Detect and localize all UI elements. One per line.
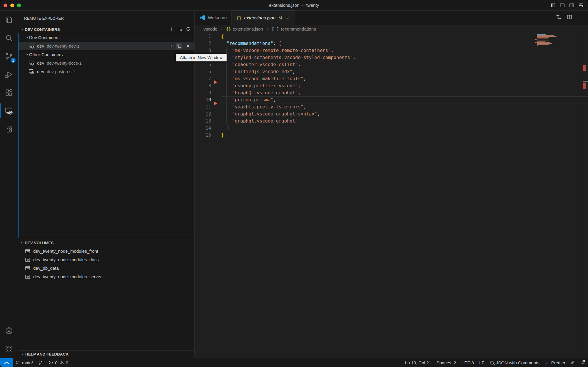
code-editor[interactable]: 1{2 "recommendations": [3 "ms-vscode-rem… (195, 33, 588, 358)
dev-container-icon (28, 43, 34, 49)
sync-status[interactable] (36, 358, 46, 367)
filter-icon[interactable] (177, 26, 183, 33)
volume-icon (25, 257, 31, 263)
volume-item[interactable]: dev_twenty_node_modules_front (18, 247, 194, 255)
tooltip: Attach in New Window (176, 54, 227, 61)
accounts-icon[interactable] (0, 321, 18, 340)
breadcrumb-extensions-json[interactable]: {} extensions.json (226, 26, 263, 31)
code-line[interactable]: 14 ] (195, 125, 588, 132)
volume-icon (25, 248, 31, 254)
container-item[interactable]: devdev-postgres-1 (19, 67, 194, 76)
double-check-icon (545, 360, 549, 365)
toggle-primary-sidebar-icon[interactable] (550, 3, 556, 8)
branch-status[interactable]: main* (13, 358, 36, 367)
minimap[interactable] (537, 33, 558, 47)
search-icon[interactable] (0, 29, 18, 47)
chevron-down-icon (24, 35, 29, 40)
chevron-down-icon (24, 52, 29, 57)
tab-extensions-json[interactable]: {} extensions.json M (232, 11, 295, 25)
close-tab-icon[interactable] (285, 16, 290, 20)
cursor-position-status[interactable]: Ln 10, Col 21 (402, 358, 434, 367)
run-and-debug-icon[interactable] (0, 65, 18, 83)
dev-volumes-section-header[interactable]: DEV VOLUMES (18, 239, 194, 247)
close-window-button[interactable] (4, 4, 7, 7)
toggle-secondary-sidebar-icon[interactable] (569, 3, 574, 8)
remote-explorer-icon[interactable] (0, 102, 18, 120)
sidebar-more-actions-icon[interactable] (184, 15, 189, 21)
code-line[interactable]: 12 "graphql.vscode-graphql-syntax", (195, 110, 588, 118)
code-line[interactable]: 5 "dbaeumer.vscode-eslint", (195, 61, 588, 68)
source-control-icon[interactable]: 1 (0, 47, 18, 65)
zoom-window-button[interactable] (17, 4, 21, 7)
breadcrumb-recommendations[interactable]: [ ] recommendations (272, 26, 316, 31)
volume-icon (25, 265, 31, 271)
line-number: 5 (195, 61, 221, 68)
dev-container-icon (28, 60, 34, 66)
line-number: 10 (195, 96, 221, 103)
sidebar-title: REMOTE EXPLORER (24, 16, 64, 21)
extensions-icon[interactable] (0, 83, 18, 102)
dev-containers-icon[interactable] (0, 120, 18, 138)
window-title: extensions.json — twenty (0, 3, 588, 8)
json-icon: {} (236, 16, 241, 20)
remote-indicator[interactable]: >< (0, 358, 13, 367)
container-item[interactable]: devdev-twenty-docs-1 (19, 59, 194, 67)
code-line[interactable]: 1{ (195, 33, 588, 40)
vscode-logo-icon (199, 15, 205, 21)
volume-item[interactable]: dev_twenty_node_modules_server (18, 272, 194, 281)
minimize-window-button[interactable] (10, 4, 14, 7)
refresh-icon[interactable] (186, 26, 191, 33)
code-line[interactable]: 2 "recommendations": [ (195, 40, 588, 47)
dev-containers-section-header[interactable]: DEV CONTAINERS (18, 26, 194, 33)
breadcrumb-vscode[interactable]: .vscode (202, 26, 218, 31)
line-number: 2 (195, 40, 221, 47)
code-line[interactable]: 11 "yoavbls.pretty-ts-errors", (195, 103, 588, 110)
stop-icon[interactable] (185, 43, 191, 49)
line-number: 9 (195, 89, 221, 96)
tab-welcome[interactable]: Welcome (195, 11, 232, 25)
code-line[interactable]: 8 "esbenp.prettier-vscode", (195, 82, 588, 89)
add-icon[interactable] (169, 26, 174, 33)
container-item[interactable]: devdev-twenty-dev-1 (19, 42, 194, 50)
explorer-icon[interactable] (0, 11, 18, 29)
toggle-panel-icon[interactable] (559, 3, 565, 8)
git-branch-icon (16, 360, 20, 365)
code-line[interactable]: 7 "ms-vscode.makefile-tools", (195, 75, 588, 82)
code-line[interactable]: 13 "graphql.vscode-graphql" (195, 118, 588, 125)
open-changes-icon[interactable] (556, 14, 562, 21)
code-line[interactable]: 3 "ms-vscode-remote.remote-containers", (195, 47, 588, 54)
status-bar: >< main* 0 0 Ln 10, Col 21 Spaces: 2 UTF… (0, 358, 588, 367)
error-icon (49, 360, 53, 365)
vscode-window: extensions.json — twenty 1 REMOTE EXPLOR… (0, 0, 588, 367)
attach-new-window-icon[interactable] (176, 43, 182, 49)
attach-icon[interactable] (167, 43, 173, 49)
problems-status[interactable]: 0 0 (46, 358, 71, 367)
dev-volumes-list: dev_twenty_node_modules_frontdev_twenty_… (18, 247, 194, 281)
encoding-status[interactable]: UTF-8 (459, 358, 477, 367)
volume-item[interactable]: dev_twenty_node_modules_docs (18, 255, 194, 264)
tree-group-dev-containers[interactable]: Dev Containers (19, 33, 194, 42)
editor-more-actions-icon[interactable] (577, 14, 583, 21)
split-editor-icon[interactable] (567, 14, 572, 21)
eol-status[interactable]: LF (477, 358, 487, 367)
volume-item[interactable]: dev_db_data (18, 264, 194, 272)
help-and-feedback-section-header[interactable]: HELP AND FEEDBACK (18, 350, 194, 358)
customize-layout-icon[interactable] (578, 3, 584, 8)
overview-ruler[interactable] (583, 33, 588, 358)
code-line[interactable]: 6 "unifiedjs.vscode-mdx", (195, 68, 588, 75)
tree-group-other-containers[interactable]: Other Containers (19, 50, 194, 59)
code-line[interactable]: 10 "prisma.prisma", (195, 96, 588, 103)
dev-container-icon (28, 68, 34, 75)
red-marker-icon (214, 80, 217, 84)
code-line[interactable]: 15} (195, 132, 588, 139)
notifications-status[interactable] (578, 358, 588, 367)
formatter-status[interactable]: Prettier (542, 358, 568, 367)
code-line[interactable]: 9 "GraphQL.vscode-graphql", (195, 89, 588, 96)
language-mode-status[interactable]: {} JSON with Comments (487, 358, 542, 367)
feedback-status[interactable] (568, 358, 578, 367)
remote-explorer-sidebar: REMOTE EXPLORER DEV CONTAINERS Dev Conta… (18, 11, 195, 358)
editor-group: Welcome {} extensions.json M .vscode (195, 11, 588, 358)
code-line[interactable]: 4 "styled-components.vscode-styled-compo… (195, 54, 588, 61)
manage-icon[interactable] (0, 340, 18, 358)
indentation-status[interactable]: Spaces: 2 (434, 358, 459, 367)
